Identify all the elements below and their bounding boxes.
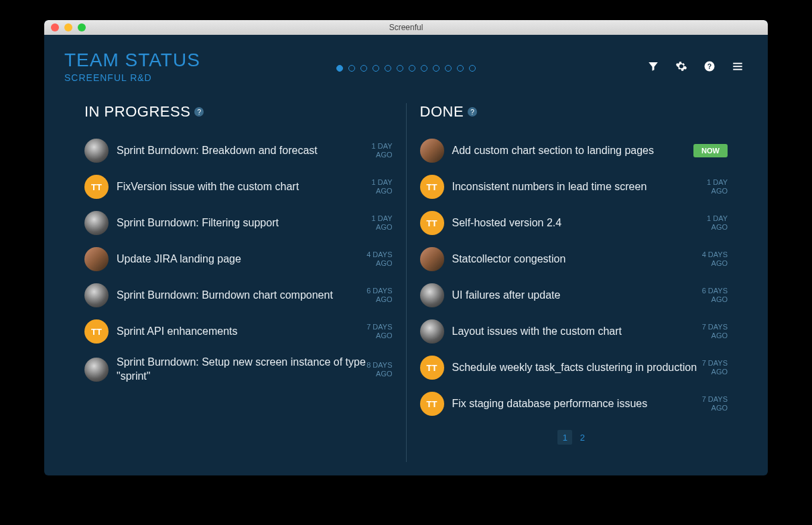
page-subtitle: SCREENFUL R&D (64, 72, 200, 83)
done-column: DONE ? Add custom chart section to landi… (407, 103, 742, 462)
pager-dot[interactable] (373, 65, 379, 72)
task-title: Sprint Burndown: Burndown chart componen… (117, 289, 366, 303)
task-timestamp: 7 DAYS AGO (702, 395, 728, 412)
task-timestamp: 1 DAY AGO (372, 178, 393, 196)
task-row[interactable]: TTFix staging database performance issue… (420, 386, 728, 422)
task-timestamp: 8 DAYS AGO (366, 361, 392, 378)
task-title: Statcollector congestion (452, 252, 702, 267)
task-title: Add custom chart section to landing page… (452, 144, 694, 158)
avatar: TT (420, 392, 444, 416)
avatar (84, 211, 109, 235)
app-body: TEAM STATUS SCREENFUL R&D ? IN PROGRESS … (44, 35, 768, 475)
pager-dot[interactable] (336, 65, 343, 72)
avatar: TT (420, 175, 444, 199)
task-row[interactable]: Sprint Burndown: Burndown chart componen… (84, 277, 393, 313)
gear-icon[interactable] (675, 60, 687, 72)
task-row[interactable]: TTSchedule weekly task_facts clustering … (420, 350, 728, 386)
task-timestamp: 7 DAYS AGO (702, 323, 728, 340)
avatar: TT (84, 319, 109, 344)
task-row[interactable]: Layout issues with the custom chart7 DAY… (420, 313, 728, 350)
task-row[interactable]: Sprint Burndown: Breakdown and forecast1… (84, 133, 393, 169)
task-row[interactable]: TTInconsistent numbers in lead time scre… (420, 169, 728, 205)
task-row[interactable]: TTSprint API enhancements7 DAYS AGO (84, 313, 393, 350)
task-row[interactable]: UI failures after update6 DAYS AGO (420, 277, 728, 313)
task-row[interactable]: TTSelf-hosted version 2.41 DAY AGO (420, 205, 728, 241)
task-title: Schedule weekly task_facts clustering in… (452, 361, 702, 375)
task-title: Sprint Burndown: Breakdown and forecast (117, 144, 372, 158)
in-progress-list: Sprint Burndown: Breakdown and forecast1… (84, 133, 393, 390)
columns: IN PROGRESS ? Sprint Burndown: Breakdown… (44, 90, 768, 475)
pager-dot[interactable] (409, 65, 415, 72)
page-title: TEAM STATUS (64, 50, 200, 71)
svg-rect-2 (733, 63, 742, 64)
header-titles: TEAM STATUS SCREENFUL R&D (64, 50, 200, 83)
pager-dot[interactable] (348, 65, 355, 72)
task-row[interactable]: Update JIRA landing page4 DAYS AGO (84, 241, 393, 277)
app-window: Screenful TEAM STATUS SCREENFUL R&D ? IN… (44, 20, 768, 475)
task-timestamp: 7 DAYS AGO (702, 359, 728, 376)
task-title: Sprint Burndown: Filtering support (117, 216, 372, 230)
svg-rect-3 (733, 66, 742, 67)
task-timestamp: 4 DAYS AGO (702, 250, 728, 268)
avatar (84, 283, 109, 307)
task-timestamp: 1 DAY AGO (707, 214, 728, 232)
task-row[interactable]: Add custom chart section to landing page… (420, 133, 728, 169)
task-timestamp: 1 DAY AGO (707, 178, 728, 196)
task-title: Sprint API enhancements (117, 325, 366, 339)
task-row[interactable]: Sprint Burndown: Filtering support1 DAY … (84, 205, 393, 241)
pager-dot[interactable] (457, 65, 464, 72)
in-progress-header: IN PROGRESS ? (84, 103, 393, 121)
help-circle-icon[interactable]: ? (194, 107, 204, 117)
pager-dot[interactable] (469, 65, 476, 72)
task-title: Update JIRA landing page (117, 252, 366, 267)
svg-rect-4 (733, 69, 742, 70)
header-actions: ? (647, 50, 748, 72)
avatar (84, 358, 109, 382)
page-number[interactable]: 1 (557, 430, 572, 445)
pager-dot[interactable] (360, 65, 367, 72)
now-badge: NOW (693, 144, 728, 157)
task-title: Self-hosted version 2.4 (452, 216, 707, 230)
avatar (420, 319, 444, 344)
pager-dot[interactable] (397, 65, 403, 72)
avatar: TT (420, 356, 444, 380)
pager-dot[interactable] (421, 65, 427, 72)
pager-dot[interactable] (445, 65, 452, 72)
titlebar: Screenful (44, 20, 768, 35)
task-title: Sprint Burndown: Setup new screen instan… (117, 356, 366, 384)
task-timestamp: 1 DAY AGO (372, 214, 393, 232)
task-title: Inconsistent numbers in lead time screen (452, 180, 707, 194)
page-dots (336, 65, 476, 72)
page-number[interactable]: 2 (575, 430, 590, 445)
svg-text:?: ? (707, 62, 712, 70)
task-timestamp: 1 DAY AGO (372, 142, 393, 159)
task-timestamp: 4 DAYS AGO (366, 250, 392, 268)
menu-icon[interactable] (732, 60, 744, 72)
in-progress-title: IN PROGRESS (84, 103, 190, 121)
header: TEAM STATUS SCREENFUL R&D ? (44, 35, 768, 90)
pager-dot[interactable] (433, 65, 439, 72)
help-circle-icon[interactable]: ? (468, 107, 477, 117)
avatar (84, 139, 109, 163)
done-title: DONE (420, 103, 464, 121)
avatar (420, 139, 444, 163)
task-title: Layout issues with the custom chart (452, 325, 702, 339)
pager-dot[interactable] (385, 65, 391, 72)
filter-icon[interactable] (647, 60, 659, 72)
avatar (84, 247, 109, 271)
task-timestamp: 7 DAYS AGO (366, 323, 392, 340)
task-row[interactable]: TTFixVersion issue with the custom chart… (84, 169, 393, 205)
in-progress-column: IN PROGRESS ? Sprint Burndown: Breakdown… (71, 103, 407, 462)
done-header: DONE ? (420, 103, 728, 121)
avatar (420, 247, 444, 271)
help-icon[interactable]: ? (703, 60, 716, 72)
task-title: UI failures after update (452, 289, 702, 303)
task-row[interactable]: Statcollector congestion4 DAYS AGO (420, 241, 728, 277)
done-list: Add custom chart section to landing page… (420, 133, 728, 422)
done-pagination: 12 (420, 430, 728, 445)
avatar (420, 283, 444, 307)
avatar: TT (84, 175, 109, 199)
task-row[interactable]: Sprint Burndown: Setup new screen instan… (84, 350, 393, 390)
task-timestamp: 6 DAYS AGO (366, 287, 392, 304)
avatar: TT (420, 211, 444, 235)
